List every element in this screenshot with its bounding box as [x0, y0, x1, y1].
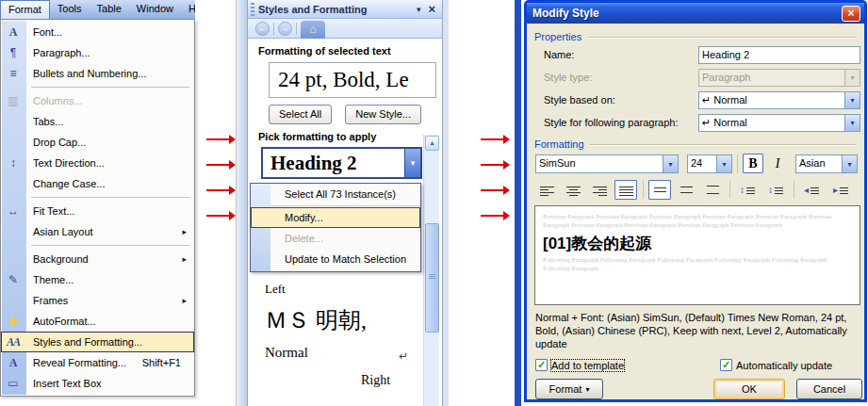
- menubar-item-help[interactable]: He: [181, 0, 195, 19]
- paragraph-mark-icon: ↵: [399, 349, 408, 364]
- style-entry-normal[interactable]: Normal: [265, 345, 308, 361]
- menu-item-styles-and-formatting[interactable]: AA Styles and Formatting...: [1, 332, 194, 352]
- styles-formatting-icon: AA: [1, 335, 25, 349]
- scroll-up-icon[interactable]: ▴: [425, 136, 439, 151]
- style-based-on-select[interactable]: ↵ Normal ▾: [698, 91, 860, 109]
- font-name-select[interactable]: SimSun ▾: [535, 154, 679, 173]
- align-justify-button[interactable]: [614, 180, 637, 200]
- decrease-indent-button[interactable]: ◂: [799, 180, 824, 200]
- menu-bar: Format Tools Table Window He: [0, 0, 195, 19]
- style-entry-left[interactable]: Left: [265, 282, 286, 297]
- name-input[interactable]: Heading 2: [698, 46, 860, 64]
- menu-item-background[interactable]: Background ▸: [1, 249, 194, 269]
- menu-item-bullets-numbering[interactable]: ≡ Bullets and Numbering...: [1, 63, 194, 84]
- submenu-arrow-icon: ▸: [182, 227, 194, 236]
- align-right-button[interactable]: [588, 180, 611, 200]
- decrease-paragraph-spacing-button[interactable]: ↕: [763, 180, 788, 200]
- automatically-update-checkbox[interactable]: ✓: [720, 359, 732, 371]
- align-left-button[interactable]: [535, 180, 558, 200]
- style-entry-ms-mincho[interactable]: ＭＳ 明朝,: [265, 305, 367, 335]
- menubar-item-window[interactable]: Window: [129, 0, 181, 19]
- section-label-selected-text: Formatting of selected text: [248, 39, 442, 59]
- new-style-button[interactable]: New Style...: [345, 105, 421, 124]
- select-all-button[interactable]: Select All: [269, 105, 332, 124]
- style-following-label: Style for following paragraph:: [544, 117, 678, 128]
- context-item-modify[interactable]: Modify...: [251, 207, 420, 228]
- submenu-arrow-icon: ▸: [182, 296, 194, 305]
- dialog-body: Properties Name: Heading 2 Style type: P…: [527, 24, 864, 399]
- context-item-update-to-match[interactable]: Update to Match Selection: [251, 249, 420, 269]
- menu-item-insert-text-box[interactable]: ▭ Insert Text Box: [1, 373, 194, 394]
- align-center-button[interactable]: [562, 180, 584, 200]
- menu-item-autoformat[interactable]: ⚡ AutoFormat...: [1, 311, 194, 332]
- home-icon[interactable]: ⌂: [301, 21, 325, 39]
- drag-handle-icon[interactable]: [251, 3, 254, 16]
- context-item-select-all-instances[interactable]: Select All 73 Instance(s): [251, 184, 420, 204]
- autoformat-icon: ⚡: [1, 315, 25, 328]
- double-space-button[interactable]: [701, 180, 724, 200]
- menu-item-tabs[interactable]: Tabs...: [1, 111, 194, 132]
- menu-item-reveal-formatting[interactable]: A Reveal Formatting... Shift+F1: [1, 352, 194, 373]
- red-arrow-icon: [481, 164, 509, 166]
- menu-item-theme[interactable]: ✎ Theme...: [1, 269, 194, 290]
- bold-button[interactable]: B: [743, 154, 763, 173]
- pane-scrollbar[interactable]: ▴: [423, 135, 439, 406]
- single-space-button[interactable]: [648, 180, 671, 200]
- style-entry-heading2[interactable]: Heading 2 ▾: [261, 147, 422, 179]
- font-size-select[interactable]: 24 ▾: [687, 154, 732, 173]
- menu-item-paragraph[interactable]: ¶ Paragraph...: [1, 42, 194, 63]
- increase-indent-button[interactable]: ▸: [828, 180, 853, 200]
- one-half-space-button[interactable]: [675, 180, 697, 200]
- forward-icon[interactable]: →: [278, 22, 292, 36]
- menu-item-asian-layout[interactable]: Asian Layout ▸: [1, 221, 194, 242]
- chevron-down-icon: ▾: [842, 155, 857, 172]
- single-space-icon: [654, 187, 666, 192]
- scrollbar-thumb[interactable]: [425, 223, 439, 333]
- increase-paragraph-spacing-button[interactable]: ↕: [735, 180, 760, 200]
- menu-item-change-case[interactable]: Change Case...: [1, 173, 194, 194]
- dialog-titlebar: Modify Style: [527, 3, 864, 24]
- task-pane-title: Styles and Formatting: [258, 4, 368, 15]
- add-to-template-checkbox[interactable]: ✓: [535, 359, 548, 371]
- add-to-template-label: Add to template: [551, 360, 624, 371]
- style-dropdown-button[interactable]: ▾: [404, 149, 420, 177]
- red-arrow-icon: [481, 138, 509, 140]
- close-icon[interactable]: ×: [842, 6, 860, 22]
- paragraph-icon: ¶: [1, 46, 25, 59]
- red-arrow-icon: [481, 189, 509, 191]
- chevron-down-icon: ▾: [585, 385, 589, 394]
- format-menu-button[interactable]: Format ▾: [535, 379, 603, 399]
- ok-button[interactable]: OK: [713, 379, 785, 399]
- pane-menu-icon[interactable]: ▾: [417, 5, 421, 14]
- menu-item-drop-cap[interactable]: Drop Cap...: [1, 132, 194, 153]
- one-half-space-icon: [680, 187, 693, 193]
- style-following-select[interactable]: ↵ Normal ▾: [698, 114, 860, 132]
- language-script-select[interactable]: Asian ▾: [795, 154, 858, 173]
- chevron-down-icon: ▾: [844, 115, 860, 131]
- task-pane-toolbar: ← → ⌂: [248, 19, 442, 39]
- section-label-pick-formatting: Pick formatting to apply: [258, 131, 376, 142]
- cancel-button[interactable]: Cancel: [796, 379, 862, 399]
- italic-button[interactable]: I: [767, 154, 788, 173]
- context-item-delete: Delete...: [251, 228, 420, 249]
- preview-previous-text: Previous Paragraph Previous Paragraph Pr…: [543, 213, 852, 230]
- menu-item-frames[interactable]: Frames ▸: [1, 290, 194, 311]
- style-entry-right[interactable]: Right: [361, 373, 390, 388]
- current-formatting-sample: 24 pt, Bold, Le: [269, 62, 436, 98]
- menubar-item-tools[interactable]: Tools: [50, 0, 90, 19]
- menu-item-text-direction[interactable]: ↕ Text Direction...: [1, 153, 194, 173]
- align-right-icon: [593, 185, 607, 196]
- reveal-formatting-icon: A: [1, 356, 25, 370]
- close-icon[interactable]: ×: [428, 2, 435, 16]
- red-arrow-icon: [206, 164, 235, 166]
- preview-following-text: Following Paragraph Following Paragraph …: [543, 256, 852, 273]
- align-justify-icon: [619, 185, 633, 196]
- menu-item-font[interactable]: A Font...: [1, 22, 194, 42]
- menubar-item-format[interactable]: Format: [0, 0, 50, 19]
- menubar-item-table[interactable]: Table: [90, 0, 129, 19]
- style-type-label: Style type:: [544, 72, 592, 83]
- menu-item-fit-text[interactable]: ↔ Fit Text...: [1, 201, 194, 221]
- bullets-icon: ≡: [1, 67, 25, 80]
- back-icon[interactable]: ←: [255, 22, 270, 36]
- double-space-icon: [707, 186, 719, 194]
